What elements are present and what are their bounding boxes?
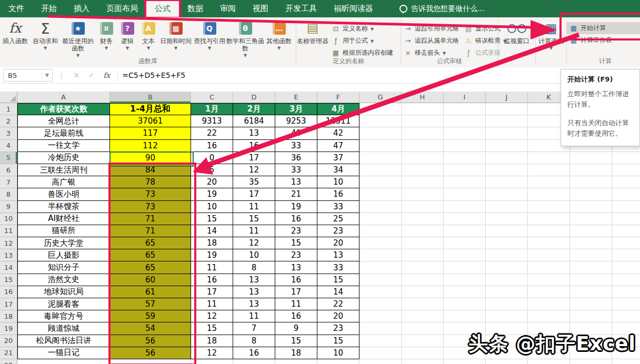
row-header-10[interactable]: 10	[0, 213, 17, 225]
row-header-8[interactable]: 8	[0, 188, 17, 200]
formula-input[interactable]: =C5+D5+E5+F5	[122, 71, 185, 79]
cell-A8[interactable]: 兽医小明	[17, 188, 110, 200]
cell-B14[interactable]: 65	[110, 261, 191, 274]
cell-G8[interactable]	[359, 188, 402, 200]
row-header-15[interactable]: 15	[0, 274, 17, 286]
cell-D11[interactable]: 11	[233, 225, 275, 237]
cell-D22[interactable]	[233, 359, 275, 364]
cell-L11[interactable]	[570, 225, 612, 237]
cell-F20[interactable]: 15	[317, 335, 359, 347]
cell-A15[interactable]: 浩然文史	[17, 274, 110, 286]
cell-C22[interactable]	[191, 359, 233, 364]
cell-I5[interactable]	[444, 152, 486, 164]
cell-E3[interactable]: 40	[275, 127, 317, 139]
cell-I12[interactable]	[444, 237, 486, 249]
button-calculate-sheet[interactable]: ▦计算工作表	[567, 34, 640, 46]
cell-C11[interactable]: 14	[191, 225, 233, 237]
cell-G4[interactable]	[359, 140, 402, 152]
cell-G2[interactable]	[359, 115, 402, 127]
col-header-D[interactable]: D	[233, 92, 275, 103]
cell-D5[interactable]: 17	[233, 152, 275, 164]
cell-A18[interactable]: 毒眸官方号	[17, 310, 110, 322]
cell-G14[interactable]	[359, 261, 402, 274]
row-header-19[interactable]: 19	[0, 322, 17, 335]
cell-J4[interactable]	[486, 140, 528, 152]
cell-M12[interactable]	[612, 237, 640, 249]
cell-I14[interactable]	[444, 261, 486, 274]
cell-A9[interactable]: 半杯馊茶	[17, 201, 110, 213]
cell-F8[interactable]: 16	[317, 188, 359, 200]
col-header-B[interactable]: B	[110, 92, 191, 103]
cell-M6[interactable]	[612, 164, 640, 176]
cell-H7[interactable]	[402, 176, 444, 188]
row-header-2[interactable]: 2	[0, 115, 17, 127]
cell-C7[interactable]: 20	[191, 176, 233, 188]
cell-H20[interactable]	[402, 335, 444, 347]
cell-E17[interactable]: 11	[275, 298, 317, 310]
cell-M14[interactable]	[612, 261, 640, 274]
cell-E16[interactable]: 17	[275, 286, 317, 298]
cell-J2[interactable]	[486, 115, 528, 127]
col-header-I[interactable]: I	[444, 92, 486, 103]
tab-file[interactable]: 文件	[0, 0, 33, 17]
cell-A5[interactable]: 冷炮历史	[17, 152, 110, 164]
cell-M7[interactable]	[612, 176, 640, 188]
col-header-A[interactable]: A	[17, 92, 110, 103]
cell-C14[interactable]: 11	[191, 261, 233, 274]
cell-M5[interactable]	[612, 152, 640, 164]
button-watch-window[interactable]: 监视窗口	[498, 19, 535, 45]
cell-L9[interactable]	[570, 201, 612, 213]
row-header-4[interactable]: 4	[0, 140, 17, 152]
cell-C12[interactable]: 18	[191, 237, 233, 249]
cell-M17[interactable]	[612, 298, 640, 310]
cell-L6[interactable]	[570, 164, 612, 176]
cell-D17[interactable]: 13	[233, 298, 275, 310]
cell-M15[interactable]	[612, 274, 640, 286]
cell-E20[interactable]: 15	[275, 335, 317, 347]
row-header-14[interactable]: 14	[0, 261, 17, 274]
cell-G20[interactable]	[359, 335, 402, 347]
button-recently-used[interactable]: ★最近使用的函数▼	[60, 19, 96, 58]
row-header-11[interactable]: 11	[0, 225, 17, 237]
cell-E7[interactable]: 13	[275, 176, 317, 188]
cell-G18[interactable]	[359, 310, 402, 322]
cell-G1[interactable]	[359, 103, 402, 115]
cell-B10[interactable]: 71	[110, 213, 191, 225]
button-text[interactable]: A文本▼	[138, 19, 159, 50]
cell-B9[interactable]: 73	[110, 201, 191, 213]
cell-H22[interactable]	[402, 359, 444, 364]
row-header-3[interactable]: 3	[0, 127, 17, 139]
row-header-5[interactable]: 5	[0, 152, 17, 164]
cell-C21[interactable]: 12	[191, 347, 233, 359]
cell-B12[interactable]: 65	[110, 237, 191, 249]
cell-L17[interactable]	[570, 298, 612, 310]
cell-A13[interactable]: 巨人摄影	[17, 249, 110, 261]
cell-E12[interactable]: 15	[275, 237, 317, 249]
button-calculation-options[interactable]: ▦计算选项▼	[536, 19, 566, 50]
cell-H12[interactable]	[402, 237, 444, 249]
cell-C10[interactable]: 15	[191, 213, 233, 225]
cell-F18[interactable]: 20	[317, 310, 359, 322]
cell-C2[interactable]: 9313	[191, 115, 233, 127]
cell-G15[interactable]	[359, 274, 402, 286]
cell-D7[interactable]: 35	[233, 176, 275, 188]
cell-F13[interactable]: 13	[317, 249, 359, 261]
cell-K15[interactable]	[528, 274, 570, 286]
tab-foxit-reader[interactable]: 福昕阅读器	[325, 0, 382, 17]
cell-A10[interactable]: AI财经社	[17, 213, 110, 225]
cell-E19[interactable]: 9	[275, 322, 317, 335]
cell-A16[interactable]: 地球知识局	[17, 286, 110, 298]
cell-F16[interactable]: 14	[317, 286, 359, 298]
cell-C5[interactable]: 0	[191, 152, 233, 164]
row-header-1[interactable]: 1	[0, 103, 17, 115]
cell-I22[interactable]	[444, 359, 486, 364]
cell-K22[interactable]	[528, 359, 570, 364]
cell-D10[interactable]: 15	[233, 213, 275, 225]
cell-F21[interactable]: 10	[317, 347, 359, 359]
button-trace-dependents[interactable]: →追踪从属单元格	[401, 35, 462, 47]
cell-K18[interactable]	[528, 310, 570, 322]
cell-H16[interactable]	[402, 286, 444, 298]
col-header-G[interactable]: G	[359, 92, 402, 103]
cell-B2[interactable]: 37061	[110, 115, 191, 127]
cell-G19[interactable]	[359, 322, 402, 335]
